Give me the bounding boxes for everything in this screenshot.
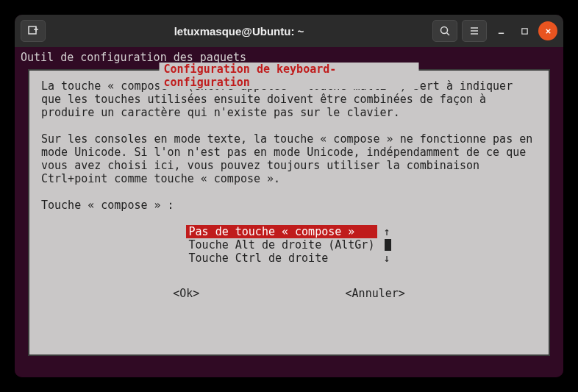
terminal-content: Outil de configuration des paquets Confi…: [15, 47, 563, 377]
options-list[interactable]: Pas de touche « compose » Touche Alt de …: [186, 225, 378, 265]
window-title: letuxmasque@Ubuntu: ~: [51, 25, 427, 38]
dialog-prompt: Touche « compose » :: [41, 199, 537, 212]
minimize-icon: [497, 27, 505, 35]
search-icon: [439, 25, 451, 37]
option-item[interactable]: Touche Ctrl de droite: [186, 252, 378, 265]
option-item[interactable]: Touche Alt de droite (AltGr): [186, 238, 378, 252]
minimize-button[interactable]: [491, 21, 510, 40]
svg-point-3: [441, 27, 448, 34]
config-dialog: Configuration de keyboard-configuration …: [28, 69, 550, 356]
scroll-indicator: ↑ ↓: [383, 225, 392, 265]
scroll-down-icon: ↓: [383, 252, 392, 265]
dialog-title: Configuration de keyboard-configuration: [160, 63, 419, 89]
terminal-window: letuxmasque@Ubuntu: ~ Outil de configura…: [15, 15, 563, 377]
scroll-up-icon: ↑: [383, 225, 392, 238]
option-item[interactable]: Pas de touche « compose »: [186, 225, 378, 238]
scroll-thumb: [385, 239, 391, 251]
menu-button[interactable]: [462, 20, 487, 42]
svg-line-4: [447, 33, 450, 36]
maximize-button[interactable]: [515, 21, 534, 40]
maximize-icon: [521, 27, 529, 35]
close-button[interactable]: [538, 21, 557, 40]
search-button[interactable]: [432, 20, 457, 42]
cancel-button[interactable]: <Annuler>: [346, 287, 405, 300]
dialog-paragraph-2: Sur les consoles en mode texte, la touch…: [41, 132, 537, 185]
new-tab-button[interactable]: [21, 20, 46, 42]
titlebar: letuxmasque@Ubuntu: ~: [15, 15, 563, 47]
hamburger-icon: [468, 25, 480, 37]
svg-rect-0: [29, 26, 36, 34]
new-tab-icon: [27, 25, 39, 37]
svg-rect-9: [521, 28, 527, 33]
close-icon: [544, 27, 552, 35]
ok-button[interactable]: <Ok>: [173, 287, 199, 300]
